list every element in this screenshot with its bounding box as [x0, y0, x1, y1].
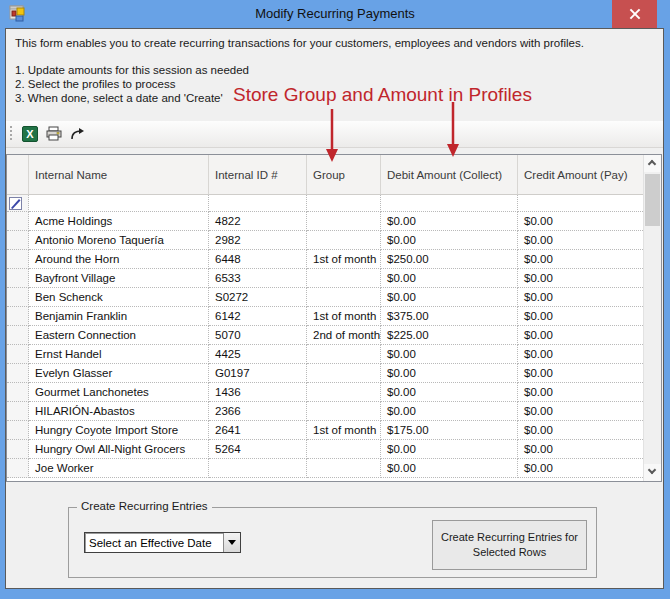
row-header-cell[interactable]: [7, 440, 29, 459]
cell-group[interactable]: [307, 345, 381, 364]
grid-corner-header[interactable]: [7, 155, 29, 195]
cell-debit-amount[interactable]: $225.00: [381, 326, 518, 345]
column-header-credit-amount[interactable]: Credit Amount (Pay): [518, 155, 645, 195]
table-row[interactable]: Ernst Handel 4425 $0.00 $0.00: [7, 345, 643, 364]
cell-group[interactable]: [307, 383, 381, 402]
close-button[interactable]: [612, 0, 657, 28]
cell-internal-name[interactable]: Gourmet Lanchonetes: [29, 383, 209, 402]
cell-group[interactable]: [307, 459, 381, 478]
cell-credit-amount[interactable]: $0.00: [518, 364, 643, 383]
create-recurring-entries-button[interactable]: Create Recurring Entries for Selected Ro…: [432, 520, 587, 570]
cell-credit-amount[interactable]: $0.00: [518, 250, 643, 269]
cell-group[interactable]: [307, 364, 381, 383]
cell-internal-id[interactable]: 1436: [209, 383, 307, 402]
cell-internal-id[interactable]: 6448: [209, 250, 307, 269]
scroll-up-button[interactable]: [644, 155, 661, 172]
cell-internal-name[interactable]: Eastern Connection: [29, 326, 209, 345]
table-row[interactable]: Benjamin Franklin 6142 1st of month $375…: [7, 307, 643, 326]
scrollbar-thumb[interactable]: [645, 174, 660, 226]
row-header-cell[interactable]: [7, 326, 29, 345]
row-header-cell[interactable]: [7, 231, 29, 250]
table-row[interactable]: Joe Worker $0.00 $0.00: [7, 459, 643, 478]
cell-debit-amount[interactable]: $0.00: [381, 231, 518, 250]
edit-indicator-row[interactable]: [7, 195, 643, 212]
column-header-internal-name[interactable]: Internal Name: [29, 155, 209, 195]
row-header-cell[interactable]: [7, 345, 29, 364]
table-row[interactable]: Gourmet Lanchonetes 1436 $0.00 $0.00: [7, 383, 643, 402]
cell-debit-amount[interactable]: $375.00: [381, 307, 518, 326]
cell-internal-id[interactable]: 2641: [209, 421, 307, 440]
cell-internal-id[interactable]: 2982: [209, 231, 307, 250]
row-header-cell[interactable]: [7, 307, 29, 326]
cell-internal-id[interactable]: 6533: [209, 269, 307, 288]
cell-group[interactable]: [307, 402, 381, 421]
cell-internal-id[interactable]: 4425: [209, 345, 307, 364]
toolbar-grip[interactable]: [10, 126, 12, 142]
cell-debit-amount[interactable]: $0.00: [381, 383, 518, 402]
cell-debit-amount[interactable]: $0.00: [381, 212, 518, 231]
cell-debit-amount[interactable]: $175.00: [381, 421, 518, 440]
table-row[interactable]: Hungry Coyote Import Store 2641 1st of m…: [7, 421, 643, 440]
table-row[interactable]: HILARIÓN-Abastos 2366 $0.00 $0.00: [7, 402, 643, 421]
scroll-down-button[interactable]: [644, 464, 661, 481]
cell-group[interactable]: [307, 212, 381, 231]
cell-internal-id[interactable]: 5070: [209, 326, 307, 345]
cell-credit-amount[interactable]: $0.00: [518, 269, 643, 288]
dropdown-button[interactable]: [223, 533, 240, 552]
cell-debit-amount[interactable]: $0.00: [381, 288, 518, 307]
cell-credit-amount[interactable]: $0.00: [518, 402, 643, 421]
column-header-group[interactable]: Group: [307, 155, 381, 195]
table-row[interactable]: Evelyn Glasser G0197 $0.00 $0.00: [7, 364, 643, 383]
print-button[interactable]: [42, 123, 66, 146]
column-header-internal-id[interactable]: Internal ID #: [209, 155, 307, 195]
cell-debit-amount[interactable]: $250.00: [381, 250, 518, 269]
cell-debit-amount[interactable]: $0.00: [381, 364, 518, 383]
cell-internal-name[interactable]: Antonio Moreno Taquería: [29, 231, 209, 250]
row-header-cell[interactable]: [7, 383, 29, 402]
cell-internal-name[interactable]: Around the Horn: [29, 250, 209, 269]
cell-group[interactable]: 1st of month: [307, 421, 381, 440]
vertical-scrollbar[interactable]: [643, 155, 661, 481]
cell-internal-name[interactable]: Benjamin Franklin: [29, 307, 209, 326]
row-header-cell[interactable]: [7, 402, 29, 421]
table-row[interactable]: Around the Horn 6448 1st of month $250.0…: [7, 250, 643, 269]
column-header-debit-amount[interactable]: Debit Amount (Collect): [381, 155, 518, 195]
cell-internal-name[interactable]: Ben Schenck: [29, 288, 209, 307]
row-header-cell[interactable]: [7, 269, 29, 288]
cell-internal-id[interactable]: 2366: [209, 402, 307, 421]
cell-internal-id[interactable]: [209, 459, 307, 478]
cell-group[interactable]: [307, 288, 381, 307]
cell-internal-name[interactable]: HILARIÓN-Abastos: [29, 402, 209, 421]
row-header-cell[interactable]: [7, 212, 29, 231]
cell-debit-amount[interactable]: $0.00: [381, 402, 518, 421]
cell-credit-amount[interactable]: $0.00: [518, 383, 643, 402]
row-header-cell[interactable]: [7, 195, 29, 212]
cell-internal-id[interactable]: 5264: [209, 440, 307, 459]
effective-date-dropdown[interactable]: Select an Effective Date: [84, 532, 241, 553]
table-row[interactable]: Acme Holdings 4822 $0.00 $0.00: [7, 212, 643, 231]
cell-credit-amount[interactable]: $0.00: [518, 326, 643, 345]
table-row[interactable]: Ben Schenck S0272 $0.00 $0.00: [7, 288, 643, 307]
cell-internal-name[interactable]: Hungry Owl All-Night Grocers: [29, 440, 209, 459]
cell-internal-id[interactable]: 6142: [209, 307, 307, 326]
table-row[interactable]: Antonio Moreno Taquería 2982 $0.00 $0.00: [7, 231, 643, 250]
row-header-cell[interactable]: [7, 250, 29, 269]
cell-internal-name[interactable]: Evelyn Glasser: [29, 364, 209, 383]
cell-group[interactable]: 2nd of month: [307, 326, 381, 345]
table-row[interactable]: Bayfront Village 6533 $0.00 $0.00: [7, 269, 643, 288]
cell-internal-name[interactable]: Bayfront Village: [29, 269, 209, 288]
cell-internal-id[interactable]: G0197: [209, 364, 307, 383]
cell-group[interactable]: 1st of month: [307, 250, 381, 269]
cell-debit-amount[interactable]: $0.00: [381, 440, 518, 459]
cell-group[interactable]: [307, 440, 381, 459]
cell-internal-name[interactable]: Joe Worker: [29, 459, 209, 478]
cell-credit-amount[interactable]: $0.00: [518, 231, 643, 250]
row-header-cell[interactable]: [7, 459, 29, 478]
cell-debit-amount[interactable]: $0.00: [381, 345, 518, 364]
cell-internal-name[interactable]: Ernst Handel: [29, 345, 209, 364]
cell-debit-amount[interactable]: $0.00: [381, 459, 518, 478]
row-header-cell[interactable]: [7, 364, 29, 383]
export-to-excel-button[interactable]: X: [18, 123, 42, 146]
cell-group[interactable]: [307, 269, 381, 288]
row-header-cell[interactable]: [7, 421, 29, 440]
